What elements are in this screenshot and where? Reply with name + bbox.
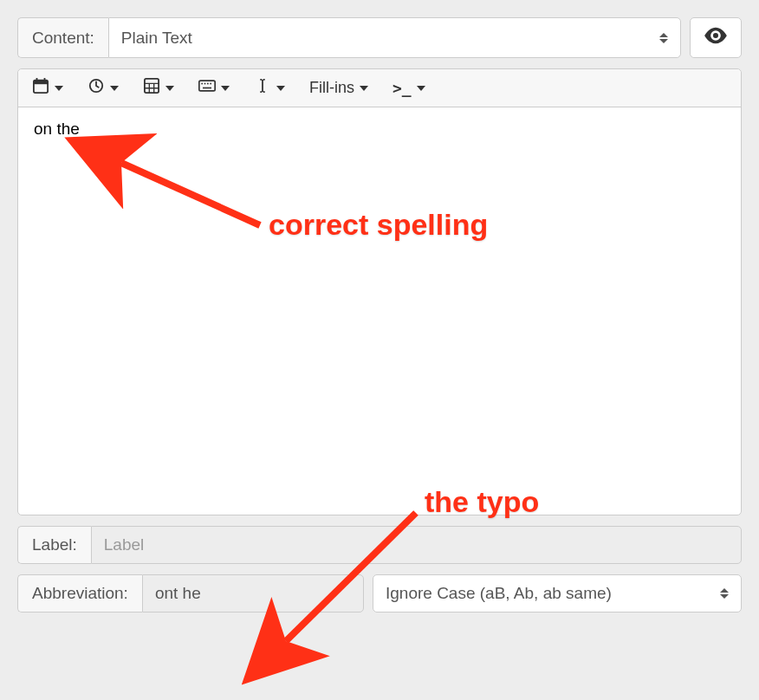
annotation-arrow-typo [0,0,759,700]
